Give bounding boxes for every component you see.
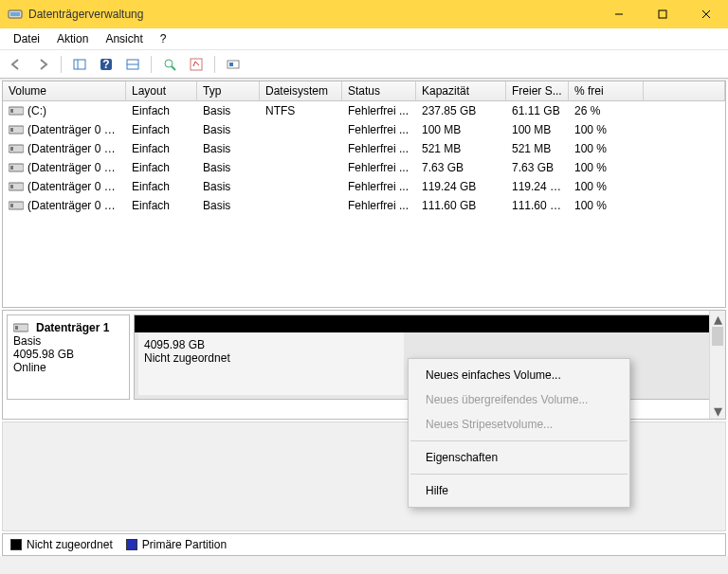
cell-fr: 111.60 GB (506, 196, 569, 215)
svg-point-12 (165, 60, 173, 67)
svg-rect-6 (74, 60, 85, 69)
col-volume[interactable]: Volume (3, 81, 126, 100)
ctx-new-striped-volume: Neues Stripesetvolume... (409, 412, 629, 437)
menu-item-ansicht[interactable]: Ansicht (98, 30, 150, 47)
cell-layout: Einfach (126, 196, 197, 215)
table-row[interactable]: (Datenträger 0 Par...EinfachBasisFehlerf… (3, 196, 725, 215)
cell-status: Fehlerfrei ... (342, 139, 416, 158)
scroll-thumb[interactable] (712, 327, 723, 346)
cell-fs (260, 196, 342, 215)
legend-unallocated: Nicht zugeordnet (10, 538, 113, 551)
menu-item-datei[interactable]: Datei (6, 30, 47, 47)
cell-status: Fehlerfrei ... (342, 120, 416, 139)
disk-icon (13, 323, 28, 332)
cell-pf: 100 % (569, 139, 644, 158)
cell-status: Fehlerfrei ... (342, 196, 416, 215)
cell-typ: Basis (197, 139, 260, 158)
ctx-help[interactable]: Hilfe (409, 478, 629, 503)
cell-kap: 521 MB (416, 139, 506, 158)
scroll-up-icon[interactable]: ▴ (710, 311, 725, 327)
cell-volume: (Datenträger 0 Par... (27, 123, 126, 136)
cell-status: Fehlerfrei ... (342, 177, 416, 196)
close-button[interactable] (684, 0, 728, 28)
list-header: Volume Layout Typ Dateisystem Status Kap… (3, 81, 725, 101)
col-filler (644, 81, 725, 100)
properties-icon[interactable] (186, 54, 207, 75)
cell-kap: 7.63 GB (416, 158, 506, 177)
cell-fs (260, 158, 342, 177)
help-icon[interactable]: ? (96, 54, 117, 75)
svg-rect-20 (10, 128, 13, 132)
scroll-down-icon[interactable]: ▾ (710, 403, 725, 419)
cell-fr: 7.63 GB (506, 158, 569, 177)
cell-status: Fehlerfrei ... (342, 101, 416, 120)
svg-line-13 (172, 66, 175, 70)
maximize-button[interactable] (641, 0, 684, 28)
table-row[interactable]: (Datenträger 0 Par...EinfachBasisFehlerf… (3, 177, 725, 196)
col-typ[interactable]: Typ (197, 81, 260, 100)
cell-typ: Basis (197, 101, 260, 120)
disk-region-info: 4095.98 GB Nicht zugeordnet (138, 332, 404, 395)
volume-list[interactable]: Volume Layout Typ Dateisystem Status Kap… (2, 81, 726, 308)
ctx-new-simple-volume[interactable]: Neues einfaches Volume... (409, 363, 629, 387)
svg-rect-28 (10, 204, 13, 207)
table-row[interactable]: (Datenträger 0 Par...EinfachBasisFehlerf… (3, 158, 725, 177)
window-title: Datenträgerverwaltung (28, 8, 597, 21)
cell-volume: (Datenträger 0 Par... (27, 199, 126, 212)
cell-layout: Einfach (126, 177, 197, 196)
cell-kap: 119.24 GB (416, 177, 506, 196)
minimize-button[interactable] (597, 0, 641, 28)
table-row[interactable]: (Datenträger 0 Par...EinfachBasisFehlerf… (3, 120, 725, 139)
cell-status: Fehlerfrei ... (342, 158, 416, 177)
disk-info[interactable]: Datenträger 1 Basis 4095.98 GB Online (7, 314, 130, 400)
cell-volume: (Datenträger 0 Par... (27, 142, 126, 155)
settings-icon[interactable] (223, 54, 244, 75)
table-row[interactable]: (Datenträger 0 Par...EinfachBasisFehlerf… (3, 139, 725, 158)
disk-status: Online (13, 361, 123, 374)
col-pfrei[interactable]: % frei (569, 81, 644, 100)
svg-rect-14 (191, 59, 202, 70)
refresh-icon[interactable] (122, 54, 143, 75)
volume-icon (9, 182, 24, 191)
cell-pf: 100 % (569, 120, 644, 139)
ctx-properties[interactable]: Eigenschaften (409, 445, 629, 470)
scrollbar-vertical[interactable]: ▴ ▾ (709, 311, 725, 419)
toolbar: ? (0, 50, 728, 79)
cell-pf: 100 % (569, 177, 644, 196)
volume-icon (9, 106, 24, 116)
cell-layout: Einfach (126, 139, 197, 158)
forward-icon[interactable] (32, 54, 53, 75)
col-status[interactable]: Status (342, 81, 416, 100)
rescan-icon[interactable] (159, 54, 180, 75)
cell-volume: (Datenträger 0 Par... (27, 180, 126, 193)
col-dateisystem[interactable]: Dateisystem (260, 81, 342, 100)
menu-item-aktion[interactable]: Aktion (49, 30, 96, 47)
disk-name: Datenträger 1 (36, 321, 109, 334)
svg-rect-24 (10, 166, 13, 170)
cell-kap: 100 MB (416, 120, 506, 139)
context-menu: Neues einfaches Volume... Neues übergrei… (408, 358, 630, 508)
cell-typ: Basis (197, 196, 260, 215)
cell-typ: Basis (197, 120, 260, 139)
col-layout[interactable]: Layout (126, 81, 197, 100)
ctx-separator-2 (410, 474, 628, 475)
cell-kap: 237.85 GB (416, 101, 506, 120)
cell-layout: Einfach (126, 120, 197, 139)
col-freier[interactable]: Freier S... (506, 81, 569, 100)
col-kapazitaet[interactable]: Kapazität (416, 81, 506, 100)
menubar: Datei Aktion Ansicht ? (0, 28, 728, 50)
menu-item-help[interactable]: ? (153, 30, 174, 47)
table-row[interactable]: (C:)EinfachBasisNTFSFehlerfrei ...237.85… (3, 101, 725, 120)
disk-region-stripe (135, 315, 720, 332)
legend-swatch-unalloc (10, 539, 22, 550)
svg-text:?: ? (102, 58, 109, 71)
cell-fs (260, 177, 342, 196)
back-icon[interactable] (6, 54, 27, 75)
volume-icon (9, 163, 24, 172)
volume-icon (9, 144, 24, 153)
show-hide-tree-icon[interactable] (69, 54, 90, 75)
cell-fr: 100 MB (506, 120, 569, 139)
svg-rect-3 (659, 10, 666, 18)
titlebar: Datenträgerverwaltung (0, 0, 728, 28)
disk-type: Basis (13, 334, 123, 348)
